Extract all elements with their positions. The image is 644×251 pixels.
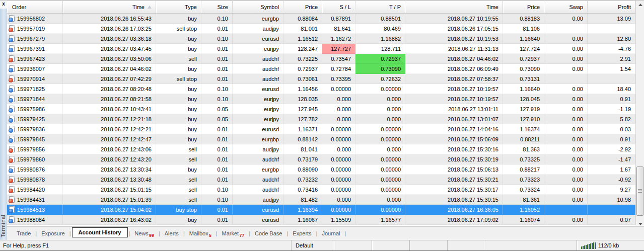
- table-row[interactable]: 1599673912018.06.27 03:47:45buy0.01eurjp…: [7, 44, 635, 54]
- cell-tp: 0.00000: [355, 84, 405, 94]
- table-row[interactable]: 1599808762018.06.27 13:30:34buy0.01eurgb…: [7, 164, 635, 175]
- cell-price: 0.72937: [283, 64, 322, 74]
- tab-separator: |: [183, 230, 185, 236]
- order-number: 159971825: [17, 84, 45, 94]
- close-icon[interactable]: x: [0, 1, 7, 9]
- table-row[interactable]: 1599808782018.06.27 13:30:48sell0.01audc…: [7, 175, 635, 185]
- tab-label: Alerts: [165, 230, 179, 236]
- cell-size: 0.01: [201, 175, 233, 185]
- order-number: 159979856: [17, 144, 45, 154]
- scroll-up-button[interactable]: [636, 1, 644, 9]
- table-row[interactable]: 1599759862018.06.27 10:43:41buy0.05eurjp…: [7, 104, 635, 114]
- table-row[interactable]: 1599798452018.06.27 12:42:47buy0.01eurgb…: [7, 134, 635, 144]
- order-number: 159979836: [17, 124, 45, 134]
- cell-symbol: audjpy: [233, 195, 283, 205]
- table-row[interactable]: 1599360072018.06.27 04:46:02buy0.01audch…: [7, 64, 635, 74]
- column-header-swap-10[interactable]: Swap: [544, 1, 588, 13]
- tab-experts[interactable]: Experts: [289, 228, 315, 238]
- cell-symbol: audchf: [233, 154, 283, 164]
- cell-time: 2018.06.27 08:20:48: [63, 84, 156, 94]
- order-number: 159967279: [17, 34, 45, 44]
- cell-profit: 13.09: [588, 14, 635, 24]
- table-row[interactable]: 1599844202018.06.27 15:01:15sell0.10audc…: [7, 185, 635, 195]
- tab-badge: 5: [209, 233, 211, 238]
- cell-time: 2018.06.27 12:42:47: [63, 134, 156, 144]
- tab-separator: |: [159, 230, 160, 236]
- table-row[interactable]: 1599880842018.06.27 16:43:02buy0.01eurus…: [7, 215, 635, 225]
- cell-size: 0.01: [201, 134, 233, 144]
- table-row[interactable]: 1599709142018.06.27 07:42:29sell stop0.0…: [7, 74, 635, 84]
- cell-price: 1.16067: [283, 215, 322, 225]
- tab-journal[interactable]: Journal: [318, 228, 343, 238]
- column-header-type-2[interactable]: Type: [156, 1, 201, 13]
- column-header-tp-7[interactable]: T / P: [355, 1, 405, 13]
- order-number: 159967423: [17, 54, 45, 64]
- order-buy-icon: [9, 126, 15, 132]
- tab-trade[interactable]: Trade: [13, 228, 34, 238]
- tab-code-base[interactable]: Code Base: [251, 228, 285, 238]
- table-row[interactable]: 1599798362018.06.27 12:42:21buy0.01eurus…: [7, 124, 635, 134]
- table-row[interactable]: 1599794252018.06.27 12:21:18buy0.05eurjp…: [7, 114, 635, 124]
- tab-market[interactable]: Market77: [219, 228, 248, 238]
- tab-account-history[interactable]: Account History: [72, 227, 128, 237]
- cell-sl: 0.00000: [322, 154, 355, 164]
- cell-close_time: 2018.06.26 17:05:15: [405, 24, 503, 34]
- table-row[interactable]: 1599718252018.06.27 08:20:48buy0.10eurus…: [7, 84, 635, 94]
- column-header-profit-11[interactable]: Profit: [588, 1, 635, 13]
- column-header-sl-6[interactable]: S / L: [322, 1, 355, 13]
- table-row[interactable]: 1599672792018.06.27 03:36:18buy0.10eurus…: [7, 34, 635, 44]
- cell-tp: 0.000: [355, 94, 405, 104]
- cell-profit: -4.76: [588, 44, 635, 54]
- cell-type: buy: [156, 114, 201, 124]
- column-header-time-1[interactable]: Time: [63, 1, 156, 13]
- tab-label: Experts: [293, 230, 311, 236]
- cell-sl: 0.00000: [322, 124, 355, 134]
- tab-alerts[interactable]: Alerts: [161, 228, 182, 238]
- cell-time: 2018.06.27 08:21:58: [63, 94, 156, 104]
- cell-price: 1.16456: [283, 84, 322, 94]
- cell-order: 159936007: [7, 64, 63, 74]
- scrollbar-thumb[interactable]: [636, 166, 643, 216]
- cell-close_time: 2018.06.27 15:30:17: [405, 185, 503, 195]
- cell-order: 159979856: [7, 144, 63, 154]
- cell-price: 0.88090: [283, 164, 322, 175]
- cell-sl: 1.16272: [322, 34, 355, 44]
- column-header-price-5[interactable]: Price: [283, 1, 322, 13]
- column-header-label: Time: [486, 4, 498, 10]
- column-header-size-3[interactable]: Size: [201, 1, 233, 13]
- column-header-time-8[interactable]: Time: [405, 1, 503, 13]
- tab-news[interactable]: News99: [131, 228, 158, 238]
- column-header-price-9[interactable]: Price: [503, 1, 544, 13]
- table-row[interactable]: 1599674232018.06.27 03:50:06sell0.01audc…: [7, 54, 635, 64]
- column-header-order-0[interactable]: Order: [7, 1, 63, 13]
- cell-tp: 0.000: [355, 144, 405, 154]
- tab-mailbox[interactable]: Mailbox5: [186, 228, 215, 238]
- order-sell-icon: [9, 156, 15, 162]
- cell-swap: 0.00: [544, 124, 588, 134]
- order-number: 159956802: [17, 14, 45, 24]
- cell-tp: 0.72632: [355, 74, 405, 84]
- table-row[interactable]: 1599845132018.06.27 15:04:02buy stop0.01…: [7, 205, 635, 215]
- cell-type: buy: [156, 14, 201, 24]
- table-row[interactable]: 1599718442018.06.27 08:21:58buy0.10eurjp…: [7, 94, 635, 104]
- cell-type: sell: [156, 195, 201, 205]
- cell-tp: 0.73090: [355, 64, 405, 74]
- table-row[interactable]: 1599798562018.06.27 12:43:06sell0.01audj…: [7, 144, 635, 154]
- cell-sl: 0.000: [322, 104, 355, 114]
- cell-close_time: 2018.06.27 15:30:19: [405, 154, 503, 164]
- cell-time: 2018.06.27 12:42:21: [63, 124, 156, 134]
- tab-exposure[interactable]: Exposure: [38, 228, 68, 238]
- vertical-scrollbar[interactable]: [635, 1, 644, 228]
- cell-price: 1.16394: [283, 205, 322, 215]
- cell-close_time: 2018.06.27 14:04:16: [405, 124, 503, 134]
- cell-close_price: 128.045: [503, 94, 544, 104]
- column-header-symbol-4[interactable]: Symbol: [233, 1, 283, 13]
- table-row[interactable]: 1599568022018.06.26 16:55:43buy0.10eurgb…: [7, 14, 635, 24]
- table-row[interactable]: 1599798602018.06.27 12:43:20sell0.01audc…: [7, 154, 635, 164]
- cell-close_price: 0.73324: [503, 185, 544, 195]
- cell-swap: 0.00: [544, 185, 588, 195]
- cell-close_time: 2018.06.27 07:58:37: [405, 74, 503, 84]
- table-row[interactable]: 1599844312018.06.27 15:01:39sell0.10audj…: [7, 195, 635, 205]
- table-row[interactable]: 1599570192018.06.26 17:03:25sell stop0.0…: [7, 24, 635, 34]
- cell-type: buy: [156, 124, 201, 134]
